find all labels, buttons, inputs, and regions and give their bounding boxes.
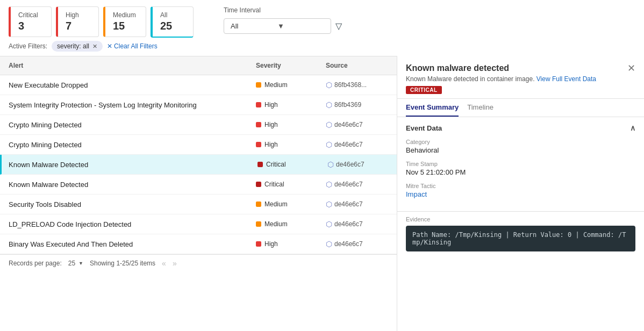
severity-card-high[interactable]: High 7 <box>56 6 99 37</box>
alert-name: System Integrity Protection - System Log… <box>9 101 256 109</box>
severity-card-critical[interactable]: Critical 3 <box>9 6 52 37</box>
source-cell: ⬡ 86fb4369 <box>326 100 388 109</box>
severity-all-label: All <box>160 11 185 19</box>
last-page-button[interactable]: » <box>173 259 177 268</box>
evidence-value: Path Name: /Tmp/Kinsing | Return Value: … <box>406 226 635 251</box>
time-interval-label: Time Interval <box>224 6 342 14</box>
tab-event-summary[interactable]: Event Summary <box>406 103 459 117</box>
field-category-value: Behavioral <box>406 146 635 154</box>
table-row[interactable]: LD_PRELOAD Code Injection Detected Mediu… <box>0 214 397 234</box>
field-category-label: Category <box>406 139 635 145</box>
container-icon: ⬡ <box>326 240 332 248</box>
severity-cell: Medium <box>256 81 326 89</box>
per-page-value: 25 <box>68 260 75 267</box>
severity-all-count: 25 <box>160 20 185 32</box>
container-icon: ⬡ <box>327 160 334 169</box>
tab-timeline[interactable]: Timeline <box>467 103 493 117</box>
source-cell: ⬡ de46e6c7 <box>326 180 388 189</box>
field-mitre-value[interactable]: Impact <box>406 190 635 198</box>
severity-cell: High <box>256 101 326 109</box>
container-icon: ⬡ <box>326 81 332 89</box>
container-icon: ⬡ <box>326 200 332 208</box>
time-interval-select[interactable]: All ▼ <box>224 18 331 34</box>
high-dot <box>256 241 261 247</box>
event-data-fields: Category Behavioral Time Stamp Nov 5 21:… <box>397 139 644 211</box>
severity-critical-count: 3 <box>18 20 44 32</box>
source-cell: ⬡ de46e6c7 <box>326 220 388 228</box>
table-row[interactable]: New Executable Dropped Medium ⬡ 86fb4368… <box>0 75 397 95</box>
clear-icon: ✕ <box>107 42 112 50</box>
alert-name: Crypto Mining Detected <box>9 141 256 149</box>
medium-dot <box>256 82 261 88</box>
table-row[interactable]: Known Malware Detected Critical ⬡ de46e6… <box>0 155 397 175</box>
severity-card-medium[interactable]: Medium 15 <box>103 6 146 37</box>
alert-name: Crypto Mining Detected <box>9 121 256 129</box>
field-category: Category Behavioral <box>406 139 635 154</box>
chevron-down-icon: ▼ <box>277 22 324 30</box>
clear-all-filters-button[interactable]: ✕ Clear All Filters <box>107 42 158 50</box>
container-icon: ⬡ <box>326 120 332 129</box>
severity-medium-count: 15 <box>113 20 138 32</box>
field-mitre-tactic: Mitre Tactic Impact <box>406 183 635 198</box>
severity-cell: High <box>256 141 326 148</box>
per-page-select[interactable]: 25 ▼ <box>68 260 83 267</box>
table-row[interactable]: Binary Was Executed And Then Deleted Hig… <box>0 234 397 254</box>
close-button[interactable]: ✕ <box>627 63 635 73</box>
table-row[interactable]: Known Malware Detected Critical ⬡ de46e6… <box>0 175 397 195</box>
alert-name: LD_PRELOAD Code Injection Detected <box>9 220 256 228</box>
container-icon: ⬡ <box>326 180 332 189</box>
alert-name: Security Tools Disabled <box>9 200 256 208</box>
close-icon[interactable]: ✕ <box>92 43 97 50</box>
container-icon: ⬡ <box>326 100 332 109</box>
event-data-section-header[interactable]: Event Data ∧ <box>397 117 644 139</box>
source-cell: ⬡ de46e6c7 <box>326 240 388 248</box>
table-row[interactable]: System Integrity Protection - System Log… <box>0 95 397 115</box>
medium-dot <box>256 202 261 207</box>
evidence-label: Evidence <box>406 216 635 222</box>
source-cell: ⬡ de46e6c7 <box>326 200 388 208</box>
filter-chip-severity[interactable]: severity: all ✕ <box>52 41 103 52</box>
active-filters-label: Active Filters: <box>9 42 47 50</box>
critical-badge: CRITICAL <box>406 86 442 94</box>
source-cell: ⬡ 86fb4368... <box>326 81 388 89</box>
severity-cell: Medium <box>256 200 326 208</box>
severity-cell: Critical <box>256 181 326 188</box>
critical-dot <box>256 182 261 187</box>
high-dot <box>256 102 261 107</box>
field-timestamp-value: Nov 5 21:02:00 PM <box>406 168 635 176</box>
alert-name: Known Malware Detected <box>9 181 256 189</box>
filter-chip-text: severity: all <box>57 42 89 50</box>
panel-subtitle: Known Malware detected in container imag… <box>406 75 635 83</box>
field-mitre-label: Mitre Tactic <box>406 183 635 189</box>
severity-high-count: 7 <box>66 20 91 32</box>
evidence-section: Evidence Path Name: /Tmp/Kinsing | Retur… <box>397 212 644 256</box>
severity-cell: High <box>256 121 326 128</box>
high-dot <box>256 142 261 147</box>
alert-name: New Executable Dropped <box>9 81 256 89</box>
source-cell: ⬡ de46e6c7 <box>326 140 388 149</box>
severity-cell: Critical <box>257 161 327 168</box>
table-row[interactable]: Crypto Mining Detected High ⬡ de46e6c7 <box>0 115 397 135</box>
high-dot <box>256 122 261 127</box>
medium-dot <box>256 221 261 227</box>
field-timestamp: Time Stamp Nov 5 21:02:00 PM <box>406 161 635 176</box>
records-per-page-label: Records per page: <box>9 260 62 267</box>
alert-name: Binary Was Executed And Then Deleted <box>9 240 256 248</box>
first-page-button[interactable]: « <box>162 259 166 268</box>
table-row[interactable]: Security Tools Disabled Medium ⬡ de46e6c… <box>0 195 397 214</box>
time-interval-value: All <box>231 22 277 30</box>
chevron-down-icon: ▼ <box>78 261 83 266</box>
source-cell: ⬡ de46e6c7 <box>326 120 388 129</box>
clear-all-label: Clear All Filters <box>114 42 158 50</box>
view-full-event-link[interactable]: View Full Event Data <box>536 75 596 83</box>
col-alert: Alert <box>9 62 256 69</box>
container-icon: ⬡ <box>326 220 332 228</box>
severity-cell: Medium <box>256 220 326 228</box>
col-source: Source <box>326 62 388 69</box>
panel-tabs: Event Summary Timeline <box>397 99 644 117</box>
severity-critical-label: Critical <box>18 11 44 19</box>
col-severity: Severity <box>256 62 326 69</box>
severity-card-all[interactable]: All 25 <box>151 6 194 38</box>
filter-icon[interactable]: ▽ <box>335 21 342 31</box>
table-row[interactable]: Crypto Mining Detected High ⬡ de46e6c7 <box>0 135 397 155</box>
